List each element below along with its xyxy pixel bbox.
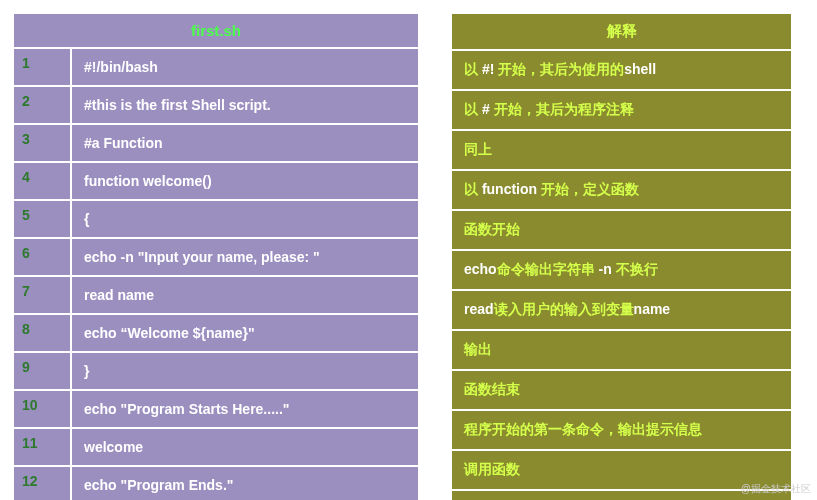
explain-row: 以 # 开始，其后为程序注释 xyxy=(451,90,792,130)
code-cell: echo "Program Ends." xyxy=(71,466,419,500)
explain-cell: 以 # 开始，其后为程序注释 xyxy=(451,90,792,130)
explain-cell: 程序开始的第一条命令，输出提示信息 xyxy=(451,410,792,450)
code-row: 1#!/bin/bash xyxy=(13,48,419,86)
tables-container: first.sh 1#!/bin/bash2#this is the first… xyxy=(12,12,805,500)
explain-row: read读入用户的输入到变量name xyxy=(451,290,792,330)
code-row: 10echo "Program Starts Here....." xyxy=(13,390,419,428)
code-row: 9} xyxy=(13,352,419,390)
line-number: 5 xyxy=(13,200,71,238)
explain-row: 输出 xyxy=(451,330,792,370)
explain-cell: 以 #! 开始，其后为使用的shell xyxy=(451,50,792,90)
code-row: 4function welcome() xyxy=(13,162,419,200)
line-number: 6 xyxy=(13,238,71,276)
line-number: 4 xyxy=(13,162,71,200)
explain-cell: 同上 xyxy=(451,130,792,170)
code-row: 7read name xyxy=(13,276,419,314)
explain-cell: read读入用户的输入到变量name xyxy=(451,290,792,330)
explain-cell: 函数开始 xyxy=(451,210,792,250)
code-row: 2#this is the first Shell script. xyxy=(13,86,419,124)
explain-row: 同上 xyxy=(451,130,792,170)
explain-row: 以 #! 开始，其后为使用的shell xyxy=(451,50,792,90)
code-cell: function welcome() xyxy=(71,162,419,200)
code-cell: echo -n "Input your name, please: " xyxy=(71,238,419,276)
code-cell: #a Function xyxy=(71,124,419,162)
code-row: 8echo “Welcome ${name}" xyxy=(13,314,419,352)
line-number: 2 xyxy=(13,86,71,124)
code-panel: first.sh 1#!/bin/bash2#this is the first… xyxy=(12,12,420,500)
line-number: 12 xyxy=(13,466,71,500)
explain-table: 解释 以 #! 开始，其后为使用的shell以 # 开始，其后为程序注释同上以 … xyxy=(450,12,793,500)
code-cell: { xyxy=(71,200,419,238)
code-cell: echo “Welcome ${name}" xyxy=(71,314,419,352)
watermark: @掘金技术社区 xyxy=(741,482,811,496)
explain-cell: 函数结束 xyxy=(451,370,792,410)
code-table-header: first.sh xyxy=(13,13,419,48)
explain-cell: 输出 xyxy=(451,330,792,370)
explain-row: 以 function 开始，定义函数 xyxy=(451,170,792,210)
code-cell: #this is the first Shell script. xyxy=(71,86,419,124)
line-number: 9 xyxy=(13,352,71,390)
explain-row: echo命令输出字符串 -n 不换行 xyxy=(451,250,792,290)
code-cell: #!/bin/bash xyxy=(71,48,419,86)
line-number: 7 xyxy=(13,276,71,314)
code-row: 12echo "Program Ends." xyxy=(13,466,419,500)
explain-row: 函数结束 xyxy=(451,370,792,410)
explain-cell: 以 function 开始，定义函数 xyxy=(451,170,792,210)
explain-row: 程序开始的第一条命令，输出提示信息 xyxy=(451,410,792,450)
explain-cell: echo命令输出字符串 -n 不换行 xyxy=(451,250,792,290)
code-cell: read name xyxy=(71,276,419,314)
line-number: 11 xyxy=(13,428,71,466)
code-cell: echo "Program Starts Here....." xyxy=(71,390,419,428)
line-number: 1 xyxy=(13,48,71,86)
code-cell: welcome xyxy=(71,428,419,466)
code-cell: } xyxy=(71,352,419,390)
code-row: 6echo -n "Input your name, please: " xyxy=(13,238,419,276)
line-number: 3 xyxy=(13,124,71,162)
code-row: 5{ xyxy=(13,200,419,238)
line-number: 10 xyxy=(13,390,71,428)
explain-table-header: 解释 xyxy=(451,13,792,50)
code-row: 3#a Function xyxy=(13,124,419,162)
explain-row: 函数开始 xyxy=(451,210,792,250)
code-table: first.sh 1#!/bin/bash2#this is the first… xyxy=(12,12,420,500)
code-row: 11welcome xyxy=(13,428,419,466)
line-number: 8 xyxy=(13,314,71,352)
explain-panel: 解释 以 #! 开始，其后为使用的shell以 # 开始，其后为程序注释同上以 … xyxy=(450,12,793,500)
